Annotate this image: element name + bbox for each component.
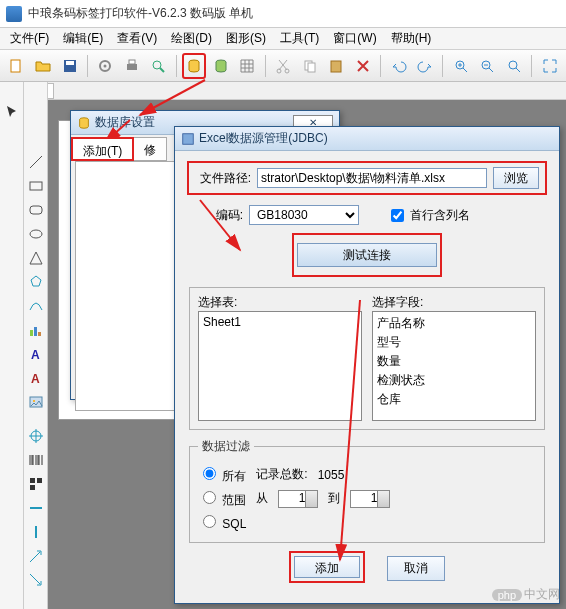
menu-window[interactable]: 窗口(W): [327, 28, 382, 49]
svg-rect-5: [127, 64, 137, 70]
svg-line-45: [30, 574, 40, 584]
copy-button[interactable]: [297, 53, 322, 79]
menu-shape[interactable]: 图形(S): [220, 28, 272, 49]
table-row[interactable]: Sheet1: [201, 314, 359, 330]
text-tool[interactable]: A: [26, 344, 46, 364]
total-label: 记录总数:: [256, 466, 307, 483]
settings-button[interactable]: [93, 53, 118, 79]
field-row[interactable]: 数量: [375, 352, 533, 371]
radio-all[interactable]: 所有: [198, 464, 246, 485]
radio-sql[interactable]: SQL: [198, 512, 246, 531]
rect-tool[interactable]: [26, 176, 46, 196]
preview-button[interactable]: [146, 53, 171, 79]
cancel-button[interactable]: 取消: [387, 556, 445, 581]
tables-list[interactable]: Sheet1: [198, 311, 362, 421]
menu-view[interactable]: 查看(V): [111, 28, 163, 49]
fields-list[interactable]: 产品名称型号数量检测状态仓库: [372, 311, 536, 421]
zoom-in-button[interactable]: [448, 53, 473, 79]
svg-rect-15: [331, 61, 341, 72]
qrcode-tool[interactable]: [26, 474, 46, 494]
pointer-tool[interactable]: [2, 102, 22, 122]
paste-button[interactable]: [324, 53, 349, 79]
app-title: 中琅条码标签打印软件-V6.2.3 数码版 单机: [28, 5, 253, 22]
redo-button[interactable]: [413, 53, 438, 79]
svg-point-4: [104, 64, 107, 67]
from-spinner[interactable]: 1: [278, 490, 318, 508]
table-field-group: 选择表: Sheet1 选择字段: 产品名称型号数量检测状态仓库: [189, 287, 545, 430]
svg-line-8: [160, 68, 164, 72]
menu-file[interactable]: 文件(F): [4, 28, 55, 49]
path-input[interactable]: [257, 168, 487, 188]
curve-tool[interactable]: [26, 296, 46, 316]
watermark-badge: php: [492, 589, 522, 601]
triangle-tool[interactable]: [26, 248, 46, 268]
arrow1-tool[interactable]: [26, 546, 46, 566]
svg-rect-6: [129, 60, 135, 64]
excel-source-dialog: Excel数据源管理(JDBC) 文件路径: 浏览 编码: GB18030 首行…: [174, 126, 560, 604]
svg-line-44: [30, 552, 40, 562]
field-row[interactable]: 仓库: [375, 390, 533, 409]
radio-range[interactable]: 范围: [198, 488, 246, 509]
svg-rect-14: [308, 63, 315, 72]
vline-tool[interactable]: [26, 522, 46, 542]
add-button[interactable]: 添加: [294, 556, 360, 578]
hline-tool[interactable]: [26, 498, 46, 518]
line-tool[interactable]: [26, 152, 46, 172]
delete-button[interactable]: [351, 53, 376, 79]
menubar: 文件(F) 编辑(E) 查看(V) 绘图(D) 图形(S) 工具(T) 窗口(W…: [0, 28, 566, 50]
image-tool[interactable]: [26, 392, 46, 412]
zoom-fit-button[interactable]: [502, 53, 527, 79]
database2-button[interactable]: [208, 53, 233, 79]
svg-point-7: [153, 61, 161, 69]
zoom-out-button[interactable]: [475, 53, 500, 79]
browse-button[interactable]: 浏览: [493, 167, 539, 189]
titlebar: 中琅条码标签打印软件-V6.2.3 数码版 单机: [0, 0, 566, 28]
ellipse-tool[interactable]: [26, 224, 46, 244]
database-button[interactable]: [182, 53, 207, 79]
test-connection-button[interactable]: 测试连接: [297, 243, 437, 267]
menu-help[interactable]: 帮助(H): [385, 28, 438, 49]
to-spinner[interactable]: 1: [350, 490, 390, 508]
save-button[interactable]: [57, 53, 82, 79]
undo-button[interactable]: [386, 53, 411, 79]
svg-rect-39: [30, 478, 35, 483]
test-conn-highlight: 测试连接: [292, 233, 442, 277]
watermark: php 中文网: [492, 586, 560, 603]
toolbar-main: [0, 50, 566, 82]
polygon-tool[interactable]: [26, 272, 46, 292]
grid-button[interactable]: [235, 53, 260, 79]
arrow2-tool[interactable]: [26, 570, 46, 590]
db-settings-title: 数据库设置: [95, 114, 155, 131]
new-button[interactable]: [4, 53, 29, 79]
menu-draw[interactable]: 绘图(D): [165, 28, 218, 49]
richtext-tool[interactable]: A: [26, 368, 46, 388]
target-tool[interactable]: [26, 426, 46, 446]
roundrect-tool[interactable]: [26, 200, 46, 220]
print-button[interactable]: [120, 53, 145, 79]
add-highlight: 添加: [289, 551, 365, 583]
menu-tool[interactable]: 工具(T): [274, 28, 325, 49]
chart-tool[interactable]: [26, 320, 46, 340]
menu-edit[interactable]: 编辑(E): [57, 28, 109, 49]
fullscreen-button[interactable]: [537, 53, 562, 79]
first-row-checkbox[interactable]: 首行含列名: [387, 206, 470, 225]
barcode-tool[interactable]: [26, 450, 46, 470]
field-row[interactable]: 产品名称: [375, 314, 533, 333]
tool-strip-draw: A A: [24, 82, 48, 609]
ruler-bar: [0, 82, 566, 100]
excel-title: Excel数据源管理(JDBC): [199, 130, 328, 147]
app-logo-icon: [6, 6, 22, 22]
path-highlight-box: 文件路径: 浏览: [187, 161, 547, 195]
tab-add[interactable]: 添加(T): [71, 137, 134, 161]
svg-rect-29: [30, 330, 33, 336]
encoding-select[interactable]: GB18030: [249, 205, 359, 225]
database-icon: [77, 116, 91, 130]
excel-titlebar[interactable]: Excel数据源管理(JDBC): [175, 127, 559, 151]
cut-button[interactable]: [271, 53, 296, 79]
svg-text:A: A: [31, 372, 40, 386]
field-row[interactable]: 检测状态: [375, 371, 533, 390]
field-row[interactable]: 型号: [375, 333, 533, 352]
tab-modify[interactable]: 修: [133, 137, 167, 161]
open-button[interactable]: [31, 53, 56, 79]
svg-rect-30: [34, 327, 37, 336]
